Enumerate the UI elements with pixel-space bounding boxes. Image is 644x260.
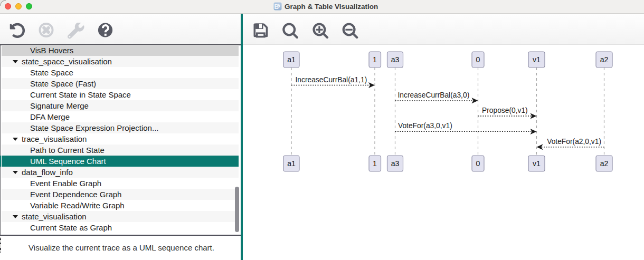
svg-text:v1: v1 — [533, 159, 541, 168]
svg-text:a3: a3 — [391, 55, 400, 64]
svg-text:a1: a1 — [287, 55, 296, 64]
svg-text:VoteFor(a3,0,v1): VoteFor(a3,0,v1) — [398, 122, 452, 130]
svg-text:1: 1 — [373, 159, 377, 168]
svg-text:a1: a1 — [287, 159, 296, 168]
svg-text:Propose(0,v1): Propose(0,v1) — [482, 107, 528, 114]
svg-text:a2: a2 — [600, 55, 609, 64]
svg-text:v1: v1 — [533, 55, 541, 64]
svg-text:1: 1 — [373, 55, 377, 64]
svg-text:B: B — [274, 3, 279, 11]
svg-text:IncreaseCurrBal(a1,1): IncreaseCurrBal(a1,1) — [296, 76, 367, 84]
svg-text:VoteFor(a2,0,v1): VoteFor(a2,0,v1) — [547, 138, 601, 146]
svg-text:0: 0 — [476, 159, 480, 168]
svg-text:a2: a2 — [600, 159, 609, 168]
svg-text:0: 0 — [476, 55, 480, 64]
svg-text:IncreaseCurrBal(a3,0): IncreaseCurrBal(a3,0) — [398, 91, 470, 99]
svg-text:a3: a3 — [391, 159, 400, 168]
